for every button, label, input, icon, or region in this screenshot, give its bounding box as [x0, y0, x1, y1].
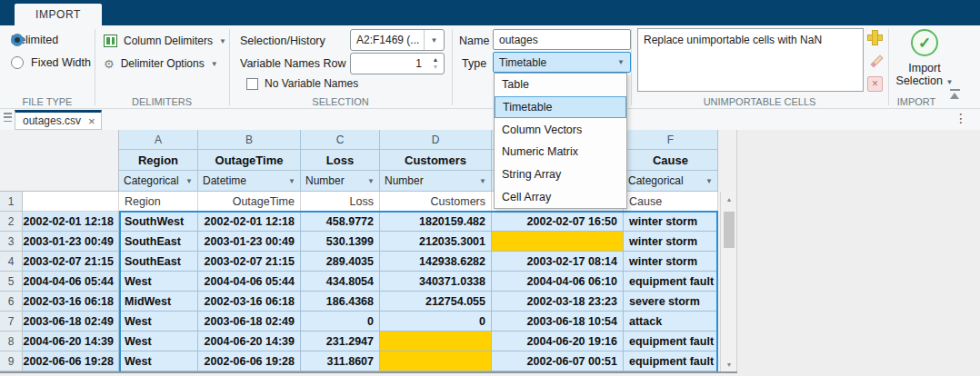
row-header-8[interactable]: 8 — [0, 331, 23, 351]
row-time-3[interactable]: 2003-01-23 00:49 — [23, 232, 119, 252]
unimportable-cell-8-D[interactable] — [380, 331, 492, 351]
import-selection-button[interactable]: ✓ Import Selection ▼ — [889, 27, 960, 93]
radio-fixed-width[interactable]: Fixed Width — [11, 55, 91, 70]
cell-2-F[interactable]: winter storm — [624, 212, 718, 232]
cell-4-A[interactable]: SouthEast — [119, 252, 198, 272]
cell-6-F[interactable]: severe storm — [624, 292, 718, 312]
cell-5-A[interactable]: West — [119, 272, 198, 292]
row-time-7[interactable]: 2003-06-18 02:49 — [23, 312, 119, 331]
cell-3-A[interactable]: SouthEast — [119, 232, 198, 252]
cell-8-A[interactable]: West — [119, 331, 198, 351]
cell-7-A[interactable]: West — [119, 312, 198, 331]
cell-5-C[interactable]: 434.8054 — [301, 272, 380, 292]
cell-2-C[interactable]: 458.9772 — [301, 212, 380, 232]
row-time-8[interactable]: 2004-06-20 14:39 — [23, 331, 119, 351]
cell-2-B[interactable]: 2002-02-01 12:18 — [198, 212, 301, 232]
row-time-2[interactable]: 2002-02-01 12:18 — [23, 212, 119, 232]
row-time-6[interactable]: 2002-03-16 06:18 — [23, 292, 119, 312]
cell-9-F[interactable]: equipment fault — [624, 351, 718, 371]
cell-4-C[interactable]: 289.4035 — [301, 252, 380, 272]
variable-names-row-spinner[interactable]: 1 ▲ ▼ — [350, 53, 445, 74]
row-header-3[interactable]: 3 — [0, 232, 23, 252]
column-type-selector-Customers[interactable]: Number▼ — [380, 171, 492, 192]
unimportable-cell-9-D[interactable] — [380, 351, 492, 371]
type-option-string-array[interactable]: String Array — [495, 163, 626, 186]
cell-7-C[interactable]: 0 — [301, 312, 380, 331]
cell-6-E[interactable]: 2002-03-18 23:23 — [492, 292, 624, 312]
row-time-4[interactable]: 2003-02-07 21:15 — [23, 252, 119, 272]
cell-9-B[interactable]: 2002-06-06 19:28 — [198, 351, 301, 371]
column-letter-B[interactable]: B — [198, 130, 301, 150]
cell-3-D[interactable]: 212035.3001 — [380, 232, 492, 252]
column-letter-D[interactable]: D — [380, 130, 492, 150]
cell-8-C[interactable]: 231.2947 — [301, 331, 380, 351]
row-header-6[interactable]: 6 — [0, 292, 23, 312]
cell-7-D[interactable]: 0 — [380, 312, 492, 331]
tab-list-menu-icon[interactable] — [4, 113, 12, 122]
cell-1-B[interactable]: OutageTime — [198, 192, 301, 212]
radio-delimited[interactable]: Delimited — [11, 33, 58, 47]
row-header-9[interactable]: 9 — [0, 351, 23, 371]
cell-8-E[interactable]: 2004-06-20 19:16 — [492, 331, 624, 351]
scrollbar-thumb[interactable] — [724, 212, 735, 248]
add-rule-icon[interactable] — [867, 30, 883, 45]
cell-7-F[interactable]: attack — [624, 312, 718, 331]
unimportable-rules-list[interactable]: Replace unimportable cells with NaN — [637, 28, 864, 92]
delete-rule-icon[interactable]: × — [867, 76, 883, 92]
cell-8-B[interactable]: 2004-06-20 14:39 — [198, 331, 301, 351]
cell-1-A[interactable]: Region — [119, 192, 198, 212]
cell-4-D[interactable]: 142938.6282 — [380, 252, 492, 272]
cell-7-B[interactable]: 2003-06-18 02:49 — [198, 312, 301, 331]
selection-history-dropdown-button[interactable]: ▼ — [424, 30, 444, 50]
column-type-selector-OutageTime[interactable]: Datetime▼ — [198, 171, 301, 192]
variable-name-OutageTime[interactable]: OutageTime — [198, 150, 301, 171]
row-time-9[interactable]: 2002-06-06 19:28 — [23, 351, 119, 371]
variable-name-Region[interactable]: Region — [119, 150, 198, 171]
spinner-buttons[interactable]: ▲ ▼ — [427, 54, 444, 74]
cell-6-B[interactable]: 2002-03-16 06:18 — [198, 292, 301, 312]
cell-6-D[interactable]: 212754.055 — [380, 292, 492, 312]
cell-6-C[interactable]: 186.4368 — [301, 292, 380, 312]
variable-name-Customers[interactable]: Customers — [380, 150, 492, 171]
name-input[interactable]: outages — [493, 29, 631, 50]
tab-import[interactable]: IMPORT — [15, 4, 102, 25]
tab-overflow-icon[interactable]: ⋮ — [955, 111, 967, 125]
row-header-2[interactable]: 2 — [0, 212, 23, 232]
row-time-5[interactable]: 2004-04-06 05:44 — [23, 272, 119, 292]
cell-9-A[interactable]: West — [119, 351, 198, 371]
cell-9-C[interactable]: 311.8607 — [301, 351, 380, 371]
vertical-scrollbar[interactable]: ▲ ▼ — [720, 192, 736, 371]
column-type-selector-Loss[interactable]: Number▼ — [301, 171, 380, 192]
column-delimiters-button[interactable]: Column Delimiters ▼ — [104, 33, 226, 49]
row-header-4[interactable]: 4 — [0, 252, 23, 272]
variable-name-Loss[interactable]: Loss — [301, 150, 380, 171]
cell-7-E[interactable]: 2003-06-18 10:54 — [492, 312, 624, 331]
type-option-numeric-matrix[interactable]: Numeric Matrix — [495, 141, 626, 163]
type-option-table[interactable]: Table — [495, 74, 626, 96]
cell-4-E[interactable]: 2003-02-17 08:14 — [492, 252, 624, 272]
row-header-5[interactable]: 5 — [0, 272, 23, 292]
cell-3-F[interactable]: winter storm — [624, 232, 718, 252]
column-letter-A[interactable]: A — [119, 130, 198, 150]
type-option-column-vectors[interactable]: Column Vectors — [495, 118, 626, 141]
cell-5-B[interactable]: 2004-04-06 05:44 — [198, 272, 301, 292]
cell-9-E[interactable]: 2002-06-07 00:51 — [492, 351, 624, 371]
delimiter-options-button[interactable]: ⚙ Delimiter Options ▼ — [104, 55, 218, 72]
column-letter-F[interactable]: F — [624, 130, 718, 150]
cell-5-E[interactable]: 2004-04-06 06:10 — [492, 272, 624, 292]
type-option-timetable[interactable]: Timetable — [495, 96, 626, 119]
cell-2-A[interactable]: SouthWest — [119, 212, 198, 232]
cell-1-F[interactable]: Cause — [624, 192, 718, 212]
column-type-selector-Cause[interactable]: Categorical▼ — [624, 171, 718, 192]
column-letter-C[interactable]: C — [301, 130, 380, 150]
cell-3-B[interactable]: 2003-01-23 00:49 — [198, 232, 301, 252]
document-tab-outages-csv[interactable]: outages.csv × — [15, 110, 102, 130]
selection-history-combo[interactable]: A2:F1469 (... ▼ — [350, 29, 445, 51]
cell-3-C[interactable]: 530.1399 — [301, 232, 380, 252]
type-option-cell-array[interactable]: Cell Array — [495, 185, 626, 208]
cell-8-F[interactable]: equipment fault — [624, 331, 718, 351]
no-variable-names-checkbox[interactable]: No Variable Names — [246, 77, 358, 90]
type-combo[interactable]: Timetable ▼ — [493, 52, 631, 73]
cell-1-D[interactable]: Customers — [380, 192, 492, 212]
row-header-1[interactable]: 1 — [0, 192, 23, 212]
